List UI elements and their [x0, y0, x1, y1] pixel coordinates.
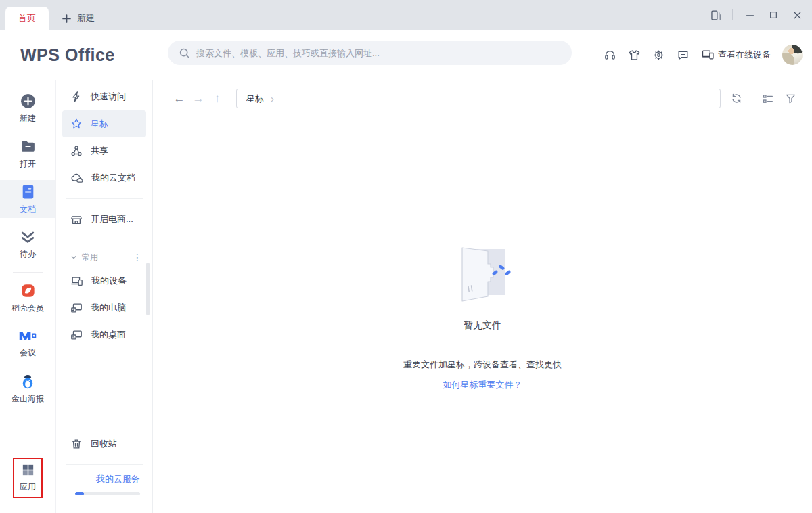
search-bar[interactable] [168, 41, 572, 65]
sidebar-item-label: 我的云文档 [91, 172, 135, 184]
sidebar-item-label: 共享 [91, 145, 108, 157]
back-button[interactable]: ← [173, 92, 186, 106]
close-icon [792, 9, 803, 21]
docs-sidebar: 快速访问 星标 共享 我的云文档 [56, 80, 153, 513]
double-check-icon [20, 229, 36, 245]
wps-logo: WPS Office [20, 30, 115, 80]
sidebar-item-label: 我的桌面 [91, 329, 126, 341]
storefront-icon [70, 213, 83, 225]
cloud-icon [70, 172, 83, 184]
empty-state-description: 重要文件加星标，跨设备查看、查找更快 [403, 359, 562, 371]
rail-item-label: 文档 [20, 204, 36, 215]
sidebar-item-cloud-docs[interactable]: 我的云文档 [62, 164, 146, 192]
sidebar-item-quick-access[interactable]: 快速访问 [62, 83, 146, 110]
tab-home-label: 首页 [18, 12, 36, 24]
minimize-button[interactable] [743, 8, 757, 22]
refresh-icon [731, 93, 742, 104]
sidebar-item-recycle-bin[interactable]: 回收站 [62, 430, 146, 458]
sidebar-divider [66, 240, 143, 240]
laptop-phone-icon [70, 275, 83, 287]
trash-icon [70, 438, 83, 450]
breadcrumb-chevron-icon: › [271, 93, 274, 104]
rail-item-label: 待办 [20, 248, 36, 260]
sidebar-scrollbar[interactable] [146, 263, 150, 315]
tab-overview-button[interactable] [708, 8, 722, 22]
sidebar-item-my-computer[interactable]: 我的电脑 [62, 294, 146, 321]
sidebar-item-ecommerce[interactable]: 开启电商... [62, 206, 146, 233]
rail-item-meeting[interactable]: 会议 [0, 324, 55, 362]
rail-item-label: 会议 [20, 347, 36, 359]
headset-icon [604, 49, 616, 62]
sidebar-section-common[interactable]: 常用 ⋮ [62, 247, 146, 267]
maximize-button[interactable] [767, 8, 780, 22]
rail-divider [13, 272, 43, 273]
rail-item-open[interactable]: 打开 [0, 135, 55, 173]
monitor-photo-icon [70, 302, 83, 314]
online-devices-label: 查看在线设备 [718, 49, 771, 61]
sidebar-item-label: 星标 [91, 118, 108, 130]
search-input[interactable] [196, 48, 561, 58]
sidebar-item-my-desktop[interactable]: 我的桌面 [62, 321, 146, 349]
chevron-down-icon [70, 254, 77, 261]
sidebar-divider [66, 464, 143, 465]
refresh-button[interactable] [729, 92, 743, 106]
document-icon [20, 183, 37, 200]
controls-divider [732, 9, 733, 20]
monitor-frame-icon [70, 329, 83, 341]
message-icon [677, 49, 690, 62]
meeting-icon [18, 328, 37, 344]
section-label: 常用 [82, 252, 98, 263]
cloud-storage-progress-fill [75, 492, 84, 495]
sidebar-item-label: 开启电商... [91, 213, 133, 225]
rail-item-label: 应用 [20, 481, 36, 493]
view-options-button[interactable] [761, 92, 775, 106]
new-tab-button[interactable]: 新建 [55, 7, 102, 30]
docer-icon [20, 282, 37, 299]
close-button[interactable] [790, 8, 804, 22]
gear-icon [652, 49, 665, 62]
theme-skin-button[interactable] [628, 49, 641, 62]
user-avatar[interactable] [782, 45, 803, 65]
sidebar-item-my-devices[interactable]: 我的设备 [62, 267, 146, 294]
up-button[interactable]: ↑ [210, 92, 224, 106]
window-tabbar: 首页 新建 [0, 0, 812, 30]
rail-item-label: 新建 [20, 113, 36, 125]
breadcrumb-item[interactable]: 星标 [246, 93, 264, 105]
kebab-menu-icon[interactable]: ⋮ [133, 252, 142, 263]
sidebar-item-shared[interactable]: 共享 [62, 137, 146, 164]
cloud-service-link[interactable]: 我的云服务 [75, 473, 140, 485]
rail-item-new[interactable]: 新建 [0, 89, 55, 127]
minimize-icon [744, 9, 756, 21]
main-panel: ← → ↑ 星标 › [153, 80, 812, 513]
settings-button[interactable] [652, 49, 665, 62]
breadcrumb[interactable]: 星标 › [236, 89, 721, 108]
empty-state-title: 暂无文件 [464, 319, 501, 332]
app-header: WPS Office [0, 30, 812, 80]
sidebar-item-label: 我的设备 [91, 275, 127, 287]
rail-item-todo[interactable]: 待办 [0, 225, 55, 263]
sidebar-divider [66, 198, 143, 199]
support-button[interactable] [604, 49, 616, 62]
feedback-button[interactable] [677, 49, 690, 62]
how-to-star-link[interactable]: 如何星标重要文件？ [443, 379, 522, 391]
filter-button[interactable] [784, 92, 797, 106]
share-nodes-icon [70, 145, 83, 157]
apps-grid-icon [20, 462, 36, 478]
sidebar-item-label: 回收站 [91, 438, 117, 450]
empty-state: 暂无文件 重要文件加星标，跨设备查看、查找更快 如何星标重要文件？ [153, 244, 812, 391]
maximize-icon [768, 9, 779, 20]
plus-circle-icon [20, 93, 37, 110]
online-devices-button[interactable]: 查看在线设备 [701, 48, 771, 62]
devices-icon [701, 48, 715, 62]
sidebar-item-starred[interactable]: 星标 [62, 110, 146, 137]
forward-button[interactable]: → [191, 92, 205, 106]
search-icon [179, 47, 190, 59]
rail-item-docer-membership[interactable]: 稻壳会员 [0, 279, 55, 317]
rail-item-poster[interactable]: 金山海报 [0, 370, 55, 407]
view-controls [729, 92, 797, 106]
tshirt-icon [628, 49, 641, 62]
app-body: 新建 打开 文档 待办 [0, 80, 812, 513]
tab-home[interactable]: 首页 [5, 7, 49, 30]
rail-item-docs[interactable]: 文档 [0, 180, 55, 218]
rail-item-apps[interactable]: 应用 [20, 462, 36, 493]
